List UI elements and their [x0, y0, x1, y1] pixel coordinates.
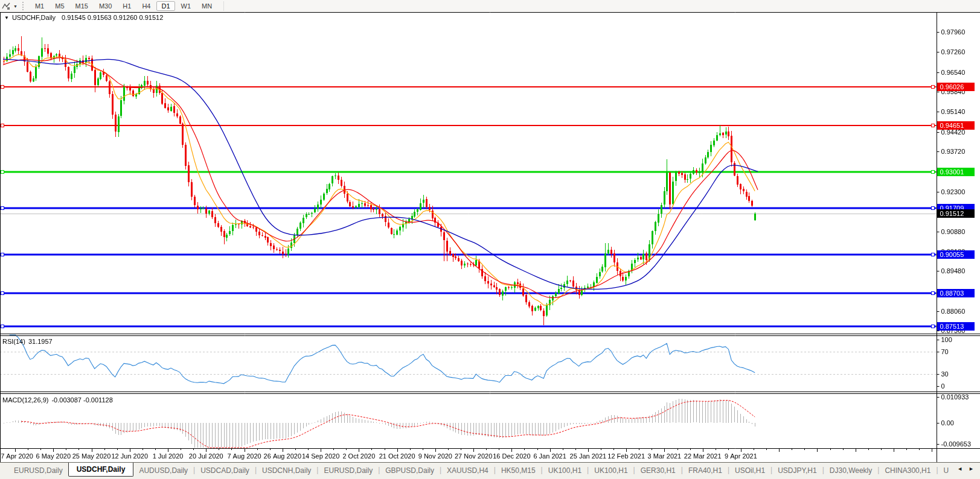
price-chart-canvas[interactable]: [0, 12, 980, 462]
indicators-dropdown-caret-icon[interactable]: ▼: [13, 4, 18, 8]
timeframe-button-M5[interactable]: M5: [50, 1, 69, 11]
chart-area: ▼ USDCHF,Daily 0.91545 0.91563 0.91260 0…: [0, 12, 980, 462]
tab-HK50-M15[interactable]: HK50,M15: [496, 464, 541, 477]
tab-XAUUSD-H4[interactable]: XAUUSD,H4: [441, 464, 494, 477]
tab-GBPUSD-Daily[interactable]: GBPUSD,Daily: [380, 464, 440, 477]
mt4-window: ▼ M1M5M15M30H1H4D1W1MN ▼ USDCHF,Daily 0.…: [0, 0, 980, 479]
timeframe-button-MN[interactable]: MN: [197, 1, 217, 11]
macd-values: -0.003087 -0.001128: [51, 396, 112, 404]
chart-title: ▼ USDCHF,Daily 0.91545 0.91563 0.91260 0…: [4, 14, 163, 21]
tab-FRA40-H1[interactable]: FRA40,H1: [683, 464, 728, 477]
tab-USDJPY-H1[interactable]: USDJPY,H1: [772, 464, 822, 477]
chart-tabs: EURUSD,DailyUSDCHF,DailyAUDUSD,Daily|USD…: [0, 463, 954, 477]
rsi-name: RSI(14): [2, 338, 25, 345]
symbol-period-label: USDCHF,Daily: [12, 14, 56, 21]
tab-USDCNH-Daily[interactable]: USDCNH,Daily: [257, 464, 316, 477]
chart-collapse-caret-icon[interactable]: ▼: [4, 15, 9, 21]
timeframe-button-D1[interactable]: D1: [156, 1, 175, 11]
tab-scroll-left-icon[interactable]: ◄: [957, 466, 962, 472]
tab-USDCHF-Daily[interactable]: USDCHF,Daily: [68, 463, 134, 477]
tab-UK100-H1[interactable]: UK100,H1: [589, 464, 633, 477]
tab-AUDUSD-Daily[interactable]: AUDUSD,Daily: [133, 464, 193, 477]
ohlc-values: 0.91545 0.91563 0.91260 0.91512: [62, 14, 163, 21]
tab-USDCAD-Daily[interactable]: USDCAD,Daily: [195, 464, 255, 477]
rsi-value: 31.1957: [28, 338, 53, 345]
tab-EURUSD-Daily[interactable]: EURUSD,Daily: [8, 464, 68, 477]
macd-name: MACD(12,26,9): [2, 396, 48, 404]
tab-EURUSD-Daily[interactable]: EURUSD,Daily: [318, 464, 378, 477]
timeframe-button-H1[interactable]: H1: [118, 1, 136, 11]
timeframe-button-H4[interactable]: H4: [137, 1, 155, 11]
timeframe-button-M30[interactable]: M30: [94, 1, 117, 11]
tab-scroll-controls: ◄ ►: [955, 463, 980, 472]
tab-UK100-H1[interactable]: UK100,H1: [543, 464, 587, 477]
timeframe-button-W1[interactable]: W1: [176, 1, 196, 11]
tab-USOil-H1[interactable]: USOil,H1: [729, 464, 770, 477]
chart-tab-bar: EURUSD,DailyUSDCHF,DailyAUDUSD,Daily|USD…: [0, 462, 980, 479]
toolbar-separator: [223, 1, 224, 11]
tab-DJ30-Weekly[interactable]: DJ30,Weekly: [824, 464, 877, 477]
timeframe-toolbar: ▼ M1M5M15M30H1H4D1W1MN: [0, 0, 980, 12]
tab-scroll-right-icon[interactable]: ►: [969, 466, 974, 472]
toolbar-grip[interactable]: [22, 2, 26, 10]
indicators-icon[interactable]: [2, 2, 11, 10]
tab-U[interactable]: U: [938, 464, 955, 477]
timeframe-buttons: M1M5M15M30H1H4D1W1MN: [30, 0, 217, 12]
macd-indicator-label: MACD(12,26,9)-0.003087 -0.001128: [2, 396, 113, 404]
tab-GER30-H1[interactable]: GER30,H1: [635, 464, 681, 477]
timeframe-button-M1[interactable]: M1: [30, 1, 49, 11]
rsi-indicator-label: RSI(14)31.1957: [2, 338, 53, 345]
tab-CHINA300-H1[interactable]: CHINA300,H1: [879, 464, 936, 477]
timeframe-button-M15[interactable]: M15: [71, 1, 93, 11]
